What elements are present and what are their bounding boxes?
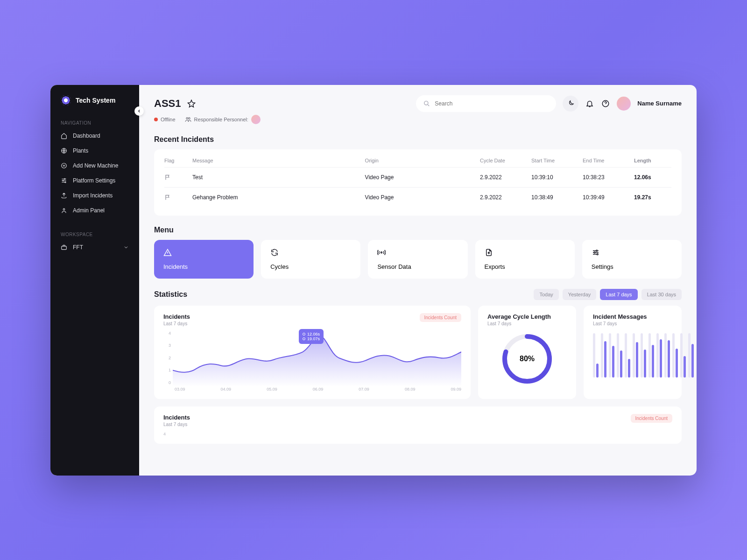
responsible-label: Responsible Personnel: <box>194 117 248 122</box>
workspace-item-label: FFT <box>73 244 83 251</box>
cell-start: 10:38:49 <box>531 194 583 201</box>
menu-card-cycles[interactable]: Cycles <box>261 240 360 279</box>
incidents-chart2-card: Incidents Count Incidents Last 7 days 4 <box>154 406 682 444</box>
app-shell: Tech System NAVIGATION Dashboard Plants … <box>50 85 697 476</box>
workspace-item-fft[interactable]: FFT <box>50 240 139 255</box>
range-pill-yesterday[interactable]: Yesterday <box>563 289 597 300</box>
recent-incidents-title: Recent Incidents <box>154 135 682 144</box>
user-avatar[interactable] <box>617 97 631 111</box>
sidebar-item-label: Admin Panel <box>73 207 105 214</box>
incidents-count-badge: Incidents Count <box>631 414 673 423</box>
sidebar-item-label: Add New Machine <box>73 162 118 169</box>
refresh-icon <box>270 248 279 257</box>
nav-section-label: NAVIGATION <box>50 117 139 128</box>
alert-triangle-icon <box>163 248 172 257</box>
average-cycle-card: Average Cycle Length Last 7 days 80% <box>478 306 576 399</box>
cell-date: 2.9.2022 <box>480 194 531 201</box>
logo-icon <box>61 95 71 105</box>
settings-sliders-icon <box>592 248 600 257</box>
page-title: ASS1 <box>154 98 181 110</box>
responsible-personnel: Responsible Personnel: <box>185 115 261 124</box>
flag-icon <box>164 174 192 181</box>
menu-card-settings[interactable]: Settings <box>582 240 682 279</box>
svg-point-14 <box>597 253 598 255</box>
cell-end: 10:39:49 <box>583 194 634 201</box>
incidents-chart-sub: Last 7 days <box>163 321 461 326</box>
table-row[interactable]: Gehange Problem Video Page 2.9.2022 10:3… <box>164 187 671 207</box>
status-text: Offline <box>161 117 176 122</box>
gauge-sub: Last 7 days <box>487 321 567 326</box>
menu-grid: Incidents Cycles Sensor Data Exports Set… <box>154 240 682 279</box>
sliders-icon <box>61 177 67 184</box>
menu-card-sensor-data[interactable]: Sensor Data <box>368 240 467 279</box>
svg-point-2 <box>64 178 65 179</box>
file-export-icon <box>485 248 493 257</box>
search-icon <box>423 100 430 107</box>
chevron-down-icon <box>123 245 129 250</box>
svg-point-12 <box>596 250 598 251</box>
col-start-time: Start Time <box>531 158 583 163</box>
sidebar-item-label: Platform Settings <box>73 177 115 184</box>
incidents2-sub: Last 7 days <box>163 422 672 427</box>
sensor-icon <box>377 248 386 257</box>
admin-icon <box>61 207 67 214</box>
menu-card-label: Settings <box>592 263 672 270</box>
chart-tooltip: 12.06s 19.07s <box>299 329 324 344</box>
plus-circle-icon <box>61 162 67 169</box>
cell-length: 12.06s <box>634 174 671 181</box>
stats-row: Incidents Count Incidents Last 7 days 4 … <box>154 306 682 399</box>
messages-title: Incident Messages <box>593 313 672 320</box>
sidebar-item-dashboard[interactable]: Dashboard <box>50 128 139 143</box>
svg-point-13 <box>594 252 595 253</box>
users-icon <box>185 116 191 123</box>
user-name: Name Surname <box>637 100 682 107</box>
cell-date: 2.9.2022 <box>480 174 531 181</box>
range-pill-last30[interactable]: Last 30 days <box>641 289 682 300</box>
svg-rect-6 <box>62 246 67 249</box>
svg-point-3 <box>63 180 63 181</box>
home-icon <box>61 133 67 139</box>
table-header: Flag Message Origin Cycle Date Start Tim… <box>164 158 671 167</box>
incident-messages-card: Incident Messages Last 7 days <box>584 306 682 399</box>
incidents2-title: Incidents <box>163 414 672 421</box>
theme-toggle-button[interactable] <box>563 96 578 112</box>
help-button[interactable] <box>601 99 610 108</box>
statistics-header: Statistics Today Yesterday Last 7 days L… <box>154 289 682 300</box>
col-origin: Origin <box>365 158 480 163</box>
sidebar-item-add-machine[interactable]: Add New Machine <box>50 158 139 173</box>
col-end-time: End Time <box>583 158 634 163</box>
personnel-avatar[interactable] <box>251 115 261 124</box>
sidebar-item-label: Plants <box>73 147 88 154</box>
notifications-button[interactable] <box>585 99 594 108</box>
sidebar-item-label: Dashboard <box>73 133 100 139</box>
y-axis-ticks: 4 3 2 1 0 <box>163 331 171 385</box>
upload-icon <box>61 192 67 199</box>
flag-icon <box>164 194 192 201</box>
sidebar: Tech System NAVIGATION Dashboard Plants … <box>50 85 139 476</box>
sidebar-item-label: Import Incidents <box>73 192 113 199</box>
sidebar-item-plants[interactable]: Plants <box>50 143 139 158</box>
sidebar-item-import-incidents[interactable]: Import Incidents <box>50 188 139 203</box>
search-input[interactable] <box>435 100 549 107</box>
bar-chart <box>593 331 672 378</box>
table-row[interactable]: Test Video Page 2.9.2022 10:39:10 10:38:… <box>164 167 671 187</box>
svg-point-7 <box>424 101 428 105</box>
incidents-table-card: Flag Message Origin Cycle Date Start Tim… <box>154 149 682 216</box>
brand-logo[interactable]: Tech System <box>50 95 139 117</box>
favorite-button[interactable] <box>187 99 196 108</box>
sidebar-item-admin-panel[interactable]: Admin Panel <box>50 203 139 218</box>
search-field[interactable] <box>416 95 556 112</box>
svg-point-4 <box>65 182 66 182</box>
range-pill-last7[interactable]: Last 7 days <box>600 289 637 300</box>
col-length: Length <box>634 158 671 163</box>
collapse-sidebar-button[interactable] <box>134 106 144 116</box>
gauge-value: 80% <box>520 355 535 363</box>
range-pill-today[interactable]: Today <box>534 289 558 300</box>
page-header: ASS1 Name Surname <box>154 95 682 112</box>
svg-point-11 <box>381 252 382 253</box>
sidebar-item-platform-settings[interactable]: Platform Settings <box>50 173 139 188</box>
menu-card-incidents[interactable]: Incidents <box>154 240 254 279</box>
col-flag: Flag <box>164 158 192 163</box>
menu-card-exports[interactable]: Exports <box>475 240 575 279</box>
menu-title: Menu <box>154 226 682 234</box>
